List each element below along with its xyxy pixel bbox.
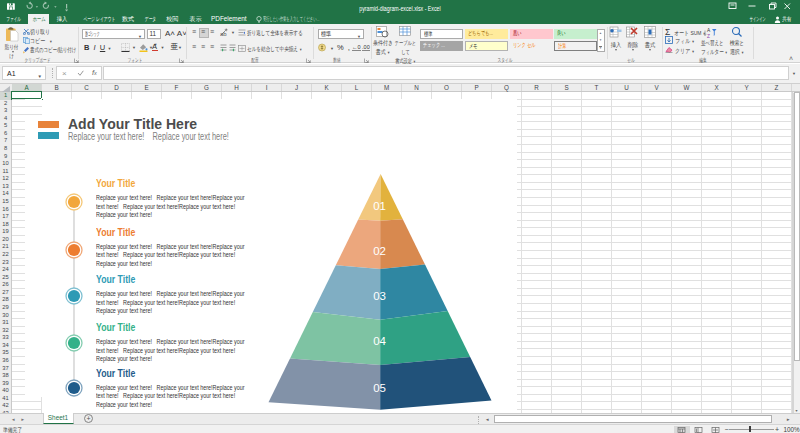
svg-text:04: 04 [373, 335, 386, 347]
svg-text:02: 02 [373, 245, 386, 257]
svg-text:A: A [707, 28, 711, 33]
svg-text:Z: Z [707, 33, 710, 38]
svg-text:03: 03 [373, 290, 386, 302]
svg-text:05: 05 [373, 382, 386, 394]
svg-text:01: 01 [373, 200, 386, 212]
svg-text:ab: ab [220, 31, 227, 37]
